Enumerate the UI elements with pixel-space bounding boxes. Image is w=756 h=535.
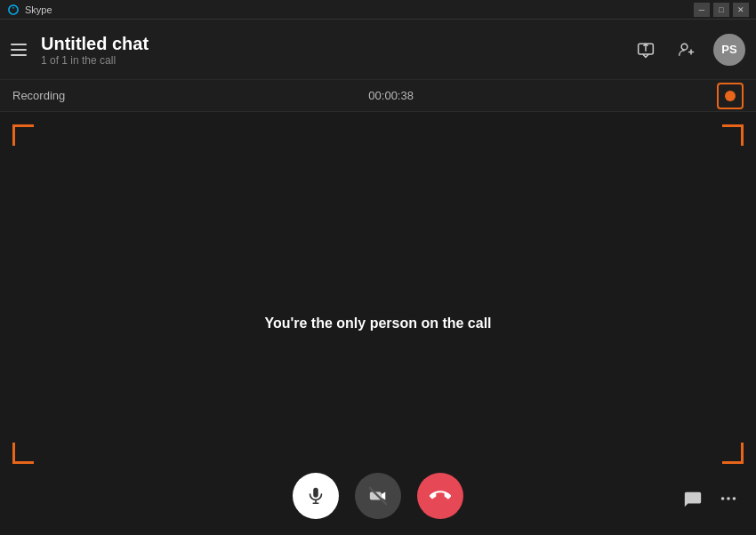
bottom-right-controls — [680, 485, 742, 512]
corner-bracket-top-right — [722, 124, 744, 146]
end-call-button[interactable] — [417, 473, 463, 519]
call-participant-count: 1 of 1 in the call — [41, 54, 631, 67]
corner-bracket-bottom-right — [722, 443, 744, 464]
svg-point-1 — [681, 44, 688, 50]
svg-point-7 — [721, 497, 725, 500]
hamburger-menu-button[interactable] — [11, 44, 27, 56]
only-person-message: You're the only person on the call — [264, 315, 491, 331]
title-bar-title: Skype — [25, 4, 52, 15]
svg-point-8 — [727, 497, 730, 500]
recording-timer: 00:00:38 — [74, 89, 708, 102]
more-options-button[interactable] — [715, 485, 742, 512]
share-screen-icon — [637, 41, 655, 59]
avatar[interactable]: PS — [713, 34, 745, 66]
hamburger-line — [11, 54, 27, 56]
corner-bracket-top-left — [12, 124, 34, 146]
svg-point-9 — [733, 497, 736, 500]
hamburger-line — [11, 44, 27, 45]
header-title-group: Untitled chat 1 of 1 in the call — [41, 33, 631, 67]
corner-bracket-bottom-left — [12, 443, 34, 464]
add-participant-button[interactable] — [672, 36, 701, 64]
chat-title: Untitled chat — [41, 33, 631, 54]
more-icon — [719, 489, 738, 508]
recording-label: Recording — [12, 89, 65, 102]
minimize-button[interactable]: ─ — [694, 3, 710, 17]
video-off-icon — [368, 486, 388, 506]
close-button[interactable]: ✕ — [733, 3, 749, 17]
add-participant-icon — [678, 41, 696, 59]
recording-bar: Recording 00:00:38 — [0, 80, 756, 112]
video-button[interactable] — [355, 473, 401, 519]
title-bar-controls: ─ □ ✕ — [694, 3, 749, 17]
microphone-icon — [306, 486, 326, 506]
avatar-initials: PS — [721, 43, 736, 56]
maximize-button[interactable]: □ — [713, 3, 729, 17]
header: Untitled chat 1 of 1 in the call PS — [0, 20, 756, 80]
header-actions: PS — [631, 34, 745, 66]
chat-icon — [683, 489, 703, 508]
svg-rect-2 — [313, 488, 318, 498]
title-bar-left: Skype — [7, 4, 52, 16]
call-area: You're the only person on the call — [0, 112, 756, 535]
end-call-icon — [430, 485, 451, 507]
mute-button[interactable] — [293, 473, 339, 519]
hamburger-line — [11, 49, 27, 51]
stop-recording-icon — [725, 91, 736, 101]
call-controls — [0, 473, 756, 519]
share-screen-button[interactable] — [631, 36, 660, 64]
chat-button[interactable] — [680, 485, 706, 512]
title-bar: Skype ─ □ ✕ — [0, 0, 756, 20]
skype-icon — [7, 4, 20, 16]
recording-stop-button[interactable] — [717, 83, 744, 109]
